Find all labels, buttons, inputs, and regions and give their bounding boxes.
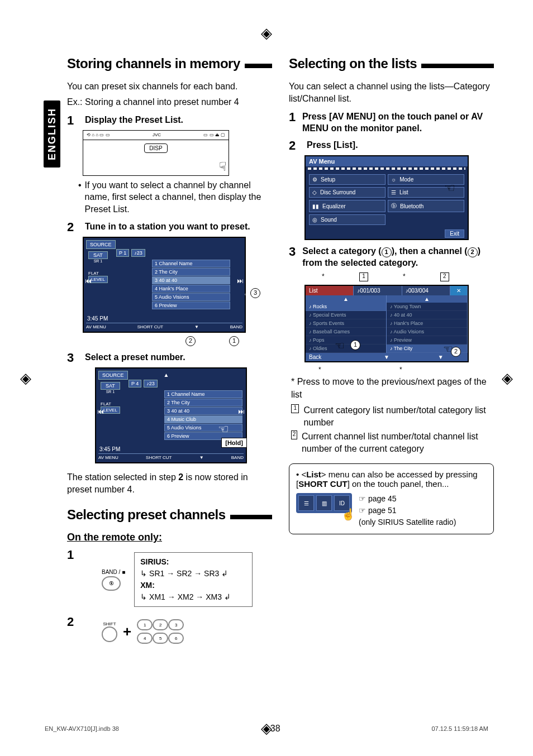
section-title-selecting-lists: Selecting on the lists — [289, 56, 417, 71]
sirius-label: SIRIUS: — [140, 556, 246, 568]
preset-item[interactable]: 2 The City — [164, 399, 242, 406]
ch-up[interactable]: ▲ — [387, 295, 468, 303]
menu-disc-surround[interactable]: ◇Disc Surround — [309, 187, 386, 198]
shift-number-diagram: SHIFT + 1 2 3 4 5 6 — [102, 619, 182, 644]
example-text: Ex.: Storing a channel into preset numbe… — [67, 96, 272, 108]
mode-icon: ☼ — [391, 176, 396, 183]
av-menu-softkey[interactable]: AV MENU — [98, 455, 118, 460]
menu-equalizer[interactable]: ▮▮Equalizer — [309, 200, 386, 212]
shift-label: SHIFT — [102, 621, 117, 626]
source-button[interactable]: SOURCE — [98, 371, 128, 380]
clock: 3:45 PM — [87, 315, 108, 322]
shift-button[interactable] — [102, 626, 117, 642]
numkey-4[interactable]: 4 — [137, 633, 153, 644]
sat-badge: SAT — [101, 382, 120, 390]
preset-item[interactable]: 1 Channel Name — [152, 260, 230, 267]
callout-2: 2 — [185, 336, 196, 346]
numkey-2[interactable]: 2 — [153, 619, 168, 630]
preset-item-selected[interactable]: 4 Music Club — [164, 415, 242, 423]
menu-setup[interactable]: ⚙Setup — [309, 174, 386, 185]
shortcut-softkey[interactable]: SHORT CUT — [137, 324, 163, 329]
channel-item[interactable]: ♪ Hank's Place — [387, 319, 467, 328]
preset-item[interactable]: 1 Channel Name — [164, 390, 242, 398]
flat-label: FLAT — [88, 271, 108, 276]
sq-1-marker: 1 — [359, 272, 368, 281]
back-button[interactable]: Back — [306, 353, 360, 361]
print-crop-left-icon: ◈ — [20, 370, 31, 387]
menu-sound[interactable]: ◎Sound — [309, 214, 386, 225]
prev-track-icon[interactable]: ⏮ — [97, 408, 104, 415]
r-step-2-text: Press [List]. — [307, 140, 358, 151]
shortcut-icon-2[interactable]: ▥ — [316, 495, 332, 511]
band-softkey[interactable]: BAND — [230, 324, 242, 329]
preset-item[interactable]: 4 Hank's Place — [152, 285, 230, 293]
callout-3: 3 — [250, 288, 260, 298]
bluetooth-icon: ⓑ — [391, 202, 397, 210]
sirius-sequence: ↳ SR1 → SR2 → SR3 ↲ — [140, 568, 246, 580]
down-arrow-icon[interactable]: ▼ — [194, 324, 199, 329]
source-button[interactable]: SOURCE — [86, 240, 116, 249]
band-button[interactable]: ⦿ — [102, 576, 121, 591]
preset-item[interactable]: 5 Audio Visions — [164, 424, 242, 432]
preset-item[interactable]: 2 The City — [152, 268, 230, 276]
av-menu-softkey[interactable]: AV MENU — [86, 324, 106, 329]
category-item[interactable]: ♪ Sports Events — [306, 319, 386, 328]
numkey-1[interactable]: 1 — [137, 619, 153, 630]
category-item[interactable]: ♪ Rocks — [306, 303, 386, 311]
sq-1-desc: Current category list number/total categ… — [303, 404, 494, 428]
cat-up[interactable]: ▲ — [306, 295, 387, 303]
intro-text: You can preset six channels for each ban… — [67, 80, 272, 93]
prev-track-icon[interactable]: ⏮ — [85, 277, 92, 285]
list-screen: List ♪001/003 ♪003/004 ✕ ▲ ▲ ♪ Rocks ♪ S… — [304, 285, 469, 362]
step-text-3: Select a preset number. — [85, 352, 185, 363]
gear-icon: ⚙ — [312, 176, 317, 183]
band-softkey[interactable]: BAND — [231, 455, 244, 460]
step-number-2: 2 — [67, 221, 79, 233]
channel-count: ♪003/004 — [402, 286, 450, 295]
print-crop-bottom-icon: ◈ — [261, 720, 272, 737]
page-ref-45: ☞ page 45 — [359, 493, 456, 505]
next-track-icon[interactable]: ⏭ — [238, 408, 245, 415]
shortcut-softkey[interactable]: SHORT CUT — [146, 455, 172, 460]
sq-1: 1 — [291, 404, 299, 413]
equalizer-icon: ▮▮ — [312, 203, 319, 209]
av-menu-header: AV Menu — [306, 156, 468, 166]
screen-select-preset: SOURCE ▲ SAT SR 1 FLAT LEVEL P 4 ♪23 1 C… — [95, 367, 247, 463]
r-step-3-num: 3 — [289, 246, 297, 258]
monitor-brand: JVC — [153, 132, 161, 137]
channel-item[interactable]: ♪ 40 at 40 — [387, 311, 467, 319]
category-item[interactable]: ♪ Baseball Games — [306, 328, 386, 336]
channel-number: ♪23 — [144, 380, 158, 387]
next-track-icon[interactable]: ⏭ — [237, 277, 244, 285]
down-arrow-icon[interactable]: ▼ — [199, 455, 204, 460]
channel-item[interactable]: ♪ Young Town — [387, 303, 467, 311]
flat-label: FLAT — [101, 401, 120, 406]
hold-label: [Hold] — [221, 438, 247, 448]
cat-down[interactable]: ▼ — [360, 353, 414, 361]
plus-icon: + — [123, 623, 131, 640]
preset-list: 1 Channel Name 2 The City 3 40 at 40 4 M… — [164, 390, 242, 441]
sq-2-desc: Current channel list number/total channe… — [302, 430, 494, 454]
preset-item[interactable]: 6 Preview — [152, 302, 230, 309]
hand-pointer-icon: ☝ — [341, 508, 355, 521]
monitor-diagram: ⟲ ⌂ ⌂ ▭ ▭ JVC ▭ ▭ ⏏ ▢ DISP ☟ — [83, 130, 229, 176]
disp-button[interactable]: DISP — [144, 143, 167, 153]
numkey-5[interactable]: 5 — [153, 633, 168, 644]
numkey-3[interactable]: 3 — [168, 619, 184, 630]
step-text-2: Tune in to a station you want to preset. — [85, 221, 250, 233]
channel-item[interactable]: ♪ Audio Visions — [387, 328, 467, 336]
preset-item-selected[interactable]: 3 40 at 40 — [152, 276, 230, 284]
category-item[interactable]: ♪ Special Events — [306, 311, 386, 319]
hand-pointer-icon: ☜ — [444, 181, 455, 238]
close-button[interactable]: ✕ — [450, 286, 468, 295]
language-tab: ENGLISH — [44, 101, 60, 168]
shortcut-icon-1[interactable]: ☰ — [298, 495, 314, 511]
numkey-6[interactable]: 6 — [168, 633, 184, 644]
list-icon: ☰ — [391, 189, 396, 195]
up-arrow-icon[interactable]: ▲ — [164, 372, 169, 378]
preset-item[interactable]: 3 40 at 40 — [164, 407, 242, 415]
intro-lists: You can select a channel using the lists… — [289, 80, 494, 106]
section-title-selecting-preset: Selecting preset channels — [67, 507, 226, 523]
preset-item[interactable]: 5 Audio Visions — [152, 293, 230, 301]
section-title-storing: Storing channels in memory — [67, 56, 240, 71]
